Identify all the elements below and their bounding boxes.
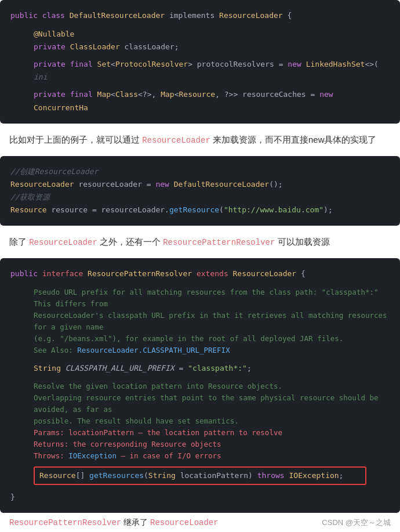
- footer-left: ResourcePatternResolver 继承了 ResourceLoad…: [9, 517, 219, 528]
- code-line-2: @Nullable: [10, 28, 390, 41]
- code-line-3: private ClassLoader classLoader;: [10, 41, 390, 53]
- doc-comment-block: Pseudo URL prefix for all matching resou…: [10, 287, 390, 356]
- second-line-2: Resource resource = resourceLoader.getRe…: [10, 204, 390, 216]
- second-comment-1: //创建ResourceLoader: [10, 165, 390, 178]
- top-code-block: public class DefaultResourceLoader imple…: [0, 0, 400, 124]
- footer-text: 继承了: [123, 517, 150, 527]
- inline-code-resourceloader: ResourceLoader: [142, 136, 210, 145]
- inline-code-rpr: ResourcePatternResolver: [163, 238, 275, 247]
- second-line-1: ResourceLoader resourceLoader = new Defa…: [10, 178, 390, 191]
- second-code-block: //创建ResourceLoader ResourceLoader resour…: [0, 156, 400, 226]
- footer-right: CSDN @天空～之城: [322, 517, 391, 528]
- prose-2: 除了 ResourceLoader 之外，还有一个 ResourcePatter…: [0, 226, 400, 258]
- prose-1: 比如对于上面的例子，就可以通过 ResourceLoader 来加载资源，而不用…: [0, 124, 400, 156]
- inline-code-rl: ResourceLoader: [29, 238, 97, 247]
- second-comment-2: //获取资源: [10, 191, 390, 204]
- footer-bar: ResourcePatternResolver 继承了 ResourceLoad…: [0, 513, 400, 532]
- interface-code-block: public interface ResourcePatternResolver…: [0, 258, 400, 512]
- code-line-5: private final Map<Class<?>, Map<Resource…: [10, 88, 390, 114]
- interface-header: public interface ResourcePatternResolver…: [10, 267, 390, 280]
- classpath-field: String CLASSPATH_ALL_URL_PREFIX = "class…: [10, 362, 390, 375]
- footer-ic2: ResourceLoader: [150, 518, 219, 527]
- code-line-1: public class DefaultResourceLoader imple…: [10, 9, 390, 22]
- footer-ic1: ResourcePatternResolver: [9, 518, 121, 527]
- code-line-4: private final Set<ProtocolResolver> prot…: [10, 58, 390, 84]
- method-line-highlighted: Resource[] getResources(String locationP…: [10, 466, 390, 485]
- resolve-doc: Resolve the given location pattern into …: [10, 381, 390, 462]
- closing-brace: }: [10, 491, 390, 504]
